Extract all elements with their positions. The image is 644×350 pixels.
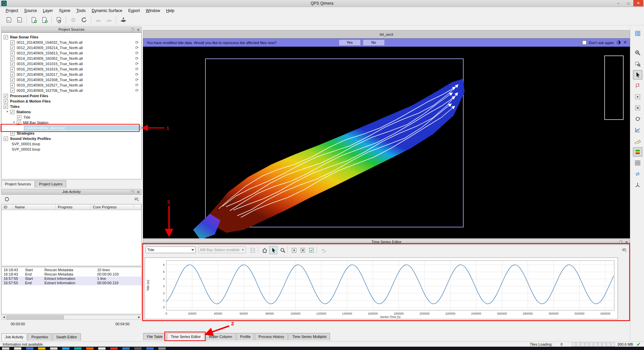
orient-3d-icon[interactable] [633,180,642,190]
taskbar-app-icon[interactable] [122,347,130,350]
measure-icon[interactable] [633,136,642,146]
project-sources-tree[interactable]: ✓Raw Sonar Files✓0011_20140909_154032_Tr… [1,32,142,179]
tree-item[interactable]: ✓Tide [2,115,141,120]
dont-ask-again-checkbox[interactable] [582,40,587,45]
taskbar-app-icon[interactable] [62,347,69,350]
checkbox[interactable]: ✓ [10,72,15,77]
checkbox[interactable]: ✓ [10,89,15,93]
zoom-window-icon[interactable] [633,59,642,68]
update-dynamic-surface-icon[interactable] [104,15,114,24]
tab-project-sources[interactable]: Project Sources [1,180,35,188]
checkbox[interactable]: ✓ [10,110,14,114]
tree-item[interactable]: ✓Sound Velocity Profiles [2,136,141,141]
select-cursor-icon[interactable] [633,70,642,79]
checkbox[interactable]: ✓ [4,99,8,104]
taskbar-app-icon[interactable] [158,347,166,350]
colormap-icon[interactable] [633,147,642,157]
minimize-icon[interactable]: – [613,0,623,6]
tab-swath-editor[interactable]: Swath Editor [52,333,80,341]
tree-item[interactable]: ✓0019_20140909_162527_True_North.all⟳ [2,82,141,88]
float-panel-icon[interactable] [130,190,135,194]
checkbox[interactable]: ✓ [10,46,15,50]
checkbox[interactable]: ✓ [4,105,8,109]
checkbox[interactable]: ✓ [10,51,15,55]
select-cursor-icon[interactable] [269,246,277,254]
file-table-icon[interactable] [633,29,642,38]
menu-item-layer[interactable]: Layer [40,7,56,14]
sync-icon[interactable]: ⟳ [135,56,139,61]
tab-file-table[interactable]: File Table [143,333,166,340]
column-header-core-progress[interactable]: Core Progress [91,204,134,210]
reload-source-icon[interactable] [54,15,63,24]
log-row[interactable]: 16:57:55EndExtract Information00:00:00.1… [2,281,141,285]
tab-time-series-editor[interactable]: Time Series Editor [167,333,204,340]
tree-item[interactable]: ✓0013_20140909_155813_True_North.all⟳ [2,50,141,56]
interrogate-icon[interactable] [633,81,642,91]
panel-menu-icon[interactable] [622,247,627,253]
reprocess-icon[interactable] [79,15,89,24]
zoom-icon[interactable] [279,246,287,254]
log-row[interactable]: 16:18:43EndRescan Metadata00:00:00.103 [2,272,141,277]
menu-item-tools[interactable]: Tools [73,7,89,14]
taskbar-app-icon[interactable] [26,347,33,350]
column-header-progress[interactable]: Progress [56,204,91,210]
home-view-icon[interactable] [261,246,269,254]
tree-item[interactable]: ✓0017_20140909_162017_True_North.all⟳ [2,72,141,77]
tree-item[interactable]: ✓Processed Point Files [2,93,141,99]
surface-grid-icon[interactable] [633,158,642,168]
close-panel-icon[interactable] [624,240,629,244]
tree-item[interactable]: ✓0012_20140909_155214_True_North.all⟳ [2,45,141,50]
tree-item[interactable]: SVP_00001.bsvp [2,141,141,147]
sync-icon[interactable]: ⟳ [135,72,139,77]
job-activity-log[interactable]: 16:18:43StartRescan Metadata10 lines16:1… [1,267,142,314]
taskbar-app-icon[interactable] [14,347,21,350]
taskbar-app-icon[interactable] [98,347,106,350]
taskbar-app-icon[interactable] [110,347,118,350]
checkbox[interactable]: ✓ [10,62,15,66]
no-button[interactable]: No [363,39,385,46]
log-row[interactable]: 16:57:55StartExtract Information1 line [2,277,141,281]
close-icon[interactable]: ✕ [633,0,643,6]
tree-item[interactable]: ✓0011_20140909_154032_True_North.all⟳ [2,40,141,45]
yes-button[interactable]: Yes [339,39,361,46]
tree-item[interactable]: ✓0016_20140909_161619_True_North.all⟳ [2,66,141,72]
tree-item[interactable]: ✓0014_20140909_160352_True_North.all⟳ [2,56,141,61]
tree-item[interactable]: SVP_00002.bsvp [2,147,141,152]
close-notification-icon[interactable] [623,40,627,45]
windows-taskbar[interactable] [0,347,644,350]
rotate-view-icon[interactable] [633,114,642,124]
menu-item-source[interactable]: Source [21,7,40,14]
tree-item[interactable]: ✓0020_20140909_162706_True_North.all⟳ [2,88,141,93]
title-bar[interactable]: QPS Qimera – □ ✕ [0,0,644,7]
tab-water-column[interactable]: Water Column [205,333,236,340]
zoom-in-icon[interactable] [633,48,642,57]
close-panel-icon[interactable] [136,27,140,32]
export-surface-icon[interactable] [119,15,128,24]
expander-icon[interactable]: ▼ [12,121,16,124]
float-panel-icon[interactable] [619,240,623,244]
close-panel-icon[interactable] [136,190,140,194]
tree-item[interactable]: ✓Strategies [2,131,141,136]
scroll-left-icon[interactable]: ◀ [2,315,6,319]
sync-icon[interactable]: ⟳ [135,77,139,82]
menu-item-help[interactable]: Help [163,7,177,14]
add-processed-point-files-icon[interactable] [15,15,24,24]
tab-profile[interactable]: Profile [236,333,254,340]
float-panel-icon[interactable] [130,27,135,32]
checkbox[interactable]: ✓ [10,67,15,71]
tree-item[interactable]: ✓0018_20140909_162308_True_North.all⟳ [2,77,141,82]
column-header-id[interactable]: ID [2,204,13,210]
log-row[interactable]: 16:18:43StartRescan Metadata10 lines [2,268,141,272]
station-dropdown[interactable]: Mill Bay Station (realtide [198,246,246,253]
scroll-right-icon[interactable]: ▶ [137,315,141,319]
taskbar-app-icon[interactable] [50,347,57,350]
sync-icon[interactable]: ⟳ [135,83,139,88]
menu-item-dynamic-surface[interactable]: Dynamic Surface [89,7,125,14]
tree-item[interactable]: ✓0015_20140909_161015_True_North.all⟳ [2,61,141,66]
checkbox[interactable]: ✓ [4,35,8,39]
taskbar-app-icon[interactable] [86,347,94,350]
tree-item[interactable]: ▼✓Stations [2,109,141,115]
tab-process-history[interactable]: Process History [255,333,288,340]
maximize-icon[interactable]: □ [623,0,633,6]
save-icon[interactable] [249,246,257,254]
